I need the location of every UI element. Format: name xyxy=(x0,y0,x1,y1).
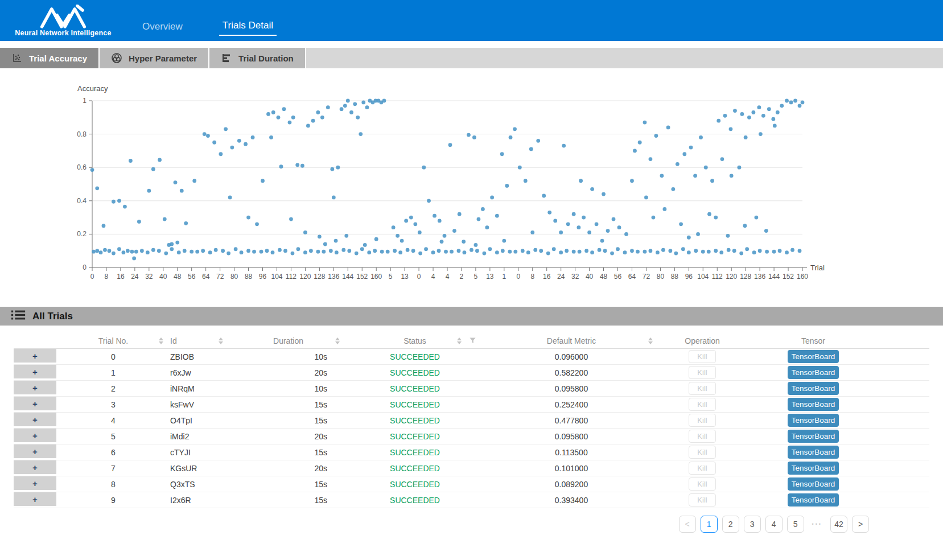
tab-trial-duration[interactable]: Trial Duration xyxy=(209,48,306,68)
status-cell: SUCCEEDED xyxy=(347,432,483,441)
plus-icon: + xyxy=(32,463,38,472)
expand-row-button[interactable]: + xyxy=(14,476,56,492)
svg-text:2: 2 xyxy=(460,273,464,281)
column-header-default-metric[interactable]: Default Metric xyxy=(483,333,660,348)
metric-cell: 0.095800 xyxy=(483,432,660,441)
nav-tab-trials-detail[interactable]: Trials Detail xyxy=(219,20,277,36)
duration-cell: 10s xyxy=(230,352,347,361)
tensorboard-button[interactable]: TensorBoard xyxy=(788,366,839,379)
page-button-5[interactable]: 5 xyxy=(787,516,804,533)
svg-text:160: 160 xyxy=(370,273,382,281)
kill-button[interactable]: Kill xyxy=(689,477,716,491)
trial-id-cell: I2x6R xyxy=(170,496,230,505)
kill-button[interactable]: Kill xyxy=(689,462,716,475)
kill-button[interactable]: Kill xyxy=(689,398,716,411)
page-button-3[interactable]: 3 xyxy=(744,516,761,533)
expand-row-button[interactable]: + xyxy=(14,492,56,508)
column-header-status[interactable]: Status xyxy=(347,333,483,348)
svg-text:104: 104 xyxy=(271,273,282,281)
kill-button[interactable]: Kill xyxy=(689,493,716,507)
sort-icon[interactable] xyxy=(457,337,462,344)
metric-cell: 0.252400 xyxy=(483,400,660,409)
next-page-button[interactable]: > xyxy=(852,516,869,533)
tensor-cell: TensorBoard xyxy=(745,382,882,395)
nav-tab-overview[interactable]: Overview xyxy=(139,21,186,36)
column-label: Duration xyxy=(230,336,347,345)
kill-button[interactable]: Kill xyxy=(689,366,716,379)
svg-text:80: 80 xyxy=(657,273,665,281)
sort-icon[interactable] xyxy=(335,337,340,344)
operation-cell: Kill xyxy=(660,414,745,427)
expand-row-button[interactable]: + xyxy=(14,349,56,364)
column-header-trial-no-[interactable]: Trial No. xyxy=(56,333,170,348)
expand-row-button[interactable]: + xyxy=(14,397,56,412)
trial-no-cell: 1 xyxy=(56,368,170,377)
trial-id-cell: cTYJI xyxy=(170,448,230,457)
kill-button[interactable]: Kill xyxy=(689,446,716,459)
svg-text:104: 104 xyxy=(697,273,709,281)
nni-app: Neural Network Intelligence OverviewTria… xyxy=(0,0,943,533)
sort-icon[interactable] xyxy=(219,337,223,344)
tensorboard-button[interactable]: TensorBoard xyxy=(788,477,839,491)
tab-trial-accuracy[interactable]: Trial Accuracy xyxy=(0,48,100,68)
nni-logo[interactable]: Neural Network Intelligence xyxy=(13,0,114,41)
column-header-operation: Operation xyxy=(660,333,745,348)
tab-hyper-parameter[interactable]: Hyper Parameter xyxy=(100,48,209,68)
sort-icon[interactable] xyxy=(648,337,653,344)
kill-button[interactable]: Kill xyxy=(689,382,716,395)
svg-text:72: 72 xyxy=(643,273,650,281)
kill-button[interactable]: Kill xyxy=(689,430,716,443)
duration-cell: 15s xyxy=(230,480,347,489)
kill-button[interactable]: Kill xyxy=(689,414,716,427)
expand-row-button[interactable]: + xyxy=(14,413,56,428)
tab-label: Trial Accuracy xyxy=(29,53,87,63)
svg-text:1: 1 xyxy=(83,97,87,105)
expand-row-button[interactable]: + xyxy=(14,444,56,460)
tensorboard-button[interactable]: TensorBoard xyxy=(788,446,839,459)
expand-row-button[interactable]: + xyxy=(14,381,56,396)
svg-text:64: 64 xyxy=(202,273,210,281)
tensorboard-button[interactable]: TensorBoard xyxy=(788,398,839,411)
tensorboard-button[interactable]: TensorBoard xyxy=(788,493,839,507)
page-button-42[interactable]: 42 xyxy=(830,516,847,533)
tensorboard-button[interactable]: TensorBoard xyxy=(788,414,839,427)
tensorboard-button[interactable]: TensorBoard xyxy=(788,462,839,475)
prev-page-button[interactable]: < xyxy=(679,516,696,533)
svg-text:4: 4 xyxy=(431,273,435,281)
expand-row-button[interactable]: + xyxy=(14,460,56,476)
svg-text:128: 128 xyxy=(314,273,325,281)
accuracy-scatter-plot[interactable]: 00.20.40.60.8108162432404856647280889610… xyxy=(0,68,943,304)
svg-text:64: 64 xyxy=(628,273,636,281)
duration-cell: 15s xyxy=(230,416,347,425)
plus-icon: + xyxy=(32,384,38,392)
svg-text:0.2: 0.2 xyxy=(77,230,87,238)
filter-icon[interactable] xyxy=(470,337,476,344)
svg-text:Accuracy: Accuracy xyxy=(77,84,108,93)
page-button-1[interactable]: 1 xyxy=(701,516,718,533)
table-header-row: Trial No.IdDurationStatusDefault MetricO… xyxy=(14,333,929,349)
tensorboard-button[interactable]: TensorBoard xyxy=(788,382,839,395)
column-header-duration[interactable]: Duration xyxy=(230,333,347,348)
duration-cell: 20s xyxy=(230,464,347,473)
column-header-id[interactable]: Id xyxy=(170,333,230,348)
sort-icon[interactable] xyxy=(159,337,163,344)
tensorboard-button[interactable]: TensorBoard xyxy=(788,430,839,443)
page-button-2[interactable]: 2 xyxy=(722,516,739,533)
tensor-cell: TensorBoard xyxy=(745,477,882,491)
table-row: + 0 ZBIOB 10s SUCCEEDED 0.096000 Kill Te… xyxy=(14,349,929,365)
svg-text:128: 128 xyxy=(740,273,751,281)
page-button-4[interactable]: 4 xyxy=(765,516,783,533)
column-label: Trial No. xyxy=(56,336,170,345)
expand-row-button[interactable]: + xyxy=(14,365,56,380)
tensor-cell: TensorBoard xyxy=(745,366,882,379)
svg-text:120: 120 xyxy=(299,273,311,281)
svg-text:120: 120 xyxy=(726,273,737,281)
tensorboard-button[interactable]: TensorBoard xyxy=(788,350,839,363)
expand-row-button[interactable]: + xyxy=(14,429,56,444)
trial-id-cell: ZBIOB xyxy=(170,352,230,361)
status-cell: SUCCEEDED xyxy=(347,384,483,393)
kill-button[interactable]: Kill xyxy=(689,350,716,363)
svg-text:4: 4 xyxy=(446,273,450,281)
svg-text:56: 56 xyxy=(614,273,622,281)
operation-cell: Kill xyxy=(660,366,745,379)
